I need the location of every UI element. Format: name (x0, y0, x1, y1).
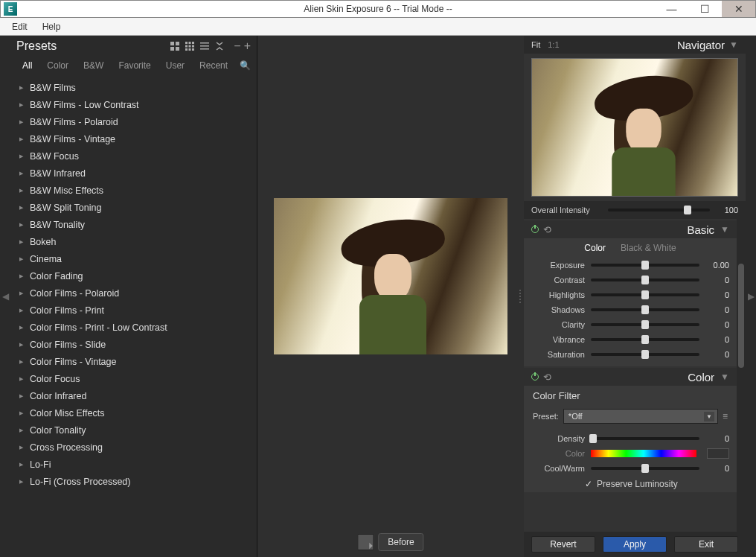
svg-rect-13 (200, 42, 209, 44)
zoom-1-1[interactable]: 1:1 (548, 40, 559, 49)
add-preset-icon[interactable]: + (244, 41, 251, 51)
view-small-grid-icon[interactable] (183, 39, 196, 53)
collapse-left-handle[interactable]: ◀ (0, 36, 10, 557)
before-button[interactable]: Before (378, 533, 423, 551)
density-slider[interactable] (591, 437, 699, 440)
background-color-picker[interactable] (357, 534, 374, 550)
preset-folder[interactable]: Color Focus (10, 370, 257, 387)
svg-rect-3 (176, 47, 179, 51)
color-hue-slider[interactable] (591, 450, 696, 457)
svg-rect-11 (189, 48, 191, 51)
contrast-slider[interactable] (591, 278, 699, 281)
slider-value: 0 (705, 276, 729, 284)
preset-folder[interactable]: Cinema (10, 250, 257, 267)
preset-folder[interactable]: B&W Infrared (10, 165, 257, 182)
tab-recent[interactable]: Recent (193, 59, 234, 72)
preset-list[interactable]: B&W FilmsB&W Films - Low ContrastB&W Fil… (10, 74, 257, 557)
reset-icon[interactable]: ⟲ (543, 372, 551, 383)
svg-rect-7 (185, 45, 188, 48)
preset-folder[interactable]: B&W Split Toning (10, 199, 257, 216)
menu-edit[interactable]: Edit (4, 19, 35, 34)
preset-folder[interactable]: B&W Misc Effects (10, 182, 257, 199)
slider-value: 0 (705, 290, 729, 299)
navigator-preview[interactable] (531, 58, 738, 197)
svg-rect-2 (170, 47, 174, 51)
view-large-grid-icon[interactable] (168, 39, 182, 53)
preset-folder[interactable]: Color Films - Print (10, 302, 257, 319)
chevron-down-icon[interactable]: ▼ (720, 372, 729, 382)
shadows-slider[interactable] (591, 308, 699, 311)
preset-folder[interactable]: Color Infrared (10, 387, 257, 404)
preset-folder[interactable]: B&W Films - Polaroid (10, 113, 257, 130)
view-collapse-icon[interactable] (213, 39, 226, 53)
tab-color[interactable]: Color (41, 59, 74, 72)
preset-folder[interactable]: Color Films - Slide (10, 336, 257, 353)
highlights-slider[interactable] (591, 293, 699, 296)
preset-menu-icon[interactable]: ≡ (723, 411, 728, 421)
coolwarm-slider[interactable] (591, 467, 699, 470)
preset-folder[interactable]: Color Films - Vintage (10, 353, 257, 370)
chevron-down-icon[interactable]: ▼ (729, 39, 738, 50)
chevron-down-icon[interactable]: ▼ (720, 224, 729, 235)
preset-folder[interactable]: Color Fading (10, 267, 257, 284)
preset-folder[interactable]: Cross Processing (10, 439, 257, 456)
slider-value: 0 (705, 335, 729, 344)
overall-intensity-slider[interactable] (608, 209, 710, 211)
color-preset-select[interactable]: *Off (563, 409, 718, 424)
revert-button[interactable]: Revert (531, 536, 595, 553)
tab-basic-bw[interactable]: Black & White (621, 243, 676, 253)
exit-button[interactable]: Exit (674, 536, 738, 553)
color-filter-label: Color Filter (524, 386, 737, 406)
clarity-slider[interactable] (591, 323, 699, 326)
saturation-slider[interactable] (591, 353, 699, 356)
preset-label: Preset: (533, 412, 559, 421)
search-icon[interactable]: 🔍 (240, 60, 251, 71)
preset-folder[interactable]: B&W Tonality (10, 216, 257, 233)
preset-folder[interactable]: Lo-Fi (Cross Processed) (10, 473, 257, 490)
preset-folder[interactable]: Lo-Fi (10, 456, 257, 473)
power-icon[interactable] (531, 226, 539, 233)
preset-folder[interactable]: Color Misc Effects (10, 404, 257, 421)
preset-folder[interactable]: Bokeh (10, 233, 257, 250)
preset-folder[interactable]: Color Tonality (10, 421, 257, 439)
preset-folder[interactable]: B&W Films (10, 79, 257, 96)
tab-basic-color[interactable]: Color (584, 243, 606, 253)
panel-resize-handle[interactable] (516, 287, 524, 306)
presets-title: Presets (16, 39, 168, 53)
svg-rect-5 (189, 42, 191, 44)
preset-folder[interactable]: Color Films - Polaroid (10, 284, 257, 302)
minimize-button[interactable]: — (655, 1, 688, 17)
collapse-right-handle[interactable]: ▶ (746, 36, 756, 557)
zoom-fit[interactable]: Fit (531, 40, 540, 49)
close-button[interactable]: ✕ (722, 1, 755, 17)
tab-bw[interactable]: B&W (77, 59, 109, 72)
presets-panel: Presets − + All Color B&W Favorite User … (10, 36, 257, 557)
color-title: Color (688, 371, 714, 383)
scrollbar[interactable] (737, 219, 746, 532)
view-list-icon[interactable] (198, 39, 211, 53)
overall-intensity-label: Overall Intensity (531, 206, 602, 214)
maximize-button[interactable]: ☐ (688, 1, 722, 17)
preset-folder[interactable]: B&W Films - Vintage (10, 130, 257, 147)
tab-user[interactable]: User (160, 59, 190, 72)
remove-preset-icon[interactable]: − (234, 41, 240, 51)
adjustments-panel: Fit 1:1 Navigator ▼ Overall Intensity 10… (524, 36, 746, 557)
svg-rect-10 (185, 48, 188, 51)
preset-folder[interactable]: B&W Focus (10, 147, 257, 165)
apply-button[interactable]: Apply (603, 536, 667, 553)
svg-rect-14 (200, 45, 209, 47)
reset-icon[interactable]: ⟲ (543, 224, 551, 235)
tab-all[interactable]: All (16, 59, 38, 72)
vibrance-slider[interactable] (591, 338, 699, 341)
preset-folder[interactable]: Color Films - Print - Low Contrast (10, 319, 257, 336)
slider-label: Exposure (531, 261, 585, 270)
preview-image[interactable] (274, 198, 507, 354)
exposure-slider[interactable] (591, 264, 699, 267)
color-swatch[interactable] (707, 448, 729, 459)
tab-favorite[interactable]: Favorite (112, 59, 156, 72)
preset-folder[interactable]: B&W Films - Low Contrast (10, 96, 257, 113)
density-value: 0 (705, 434, 729, 443)
menu-help[interactable]: Help (35, 19, 68, 34)
preserve-luminosity-checkbox[interactable]: ✓ (585, 479, 592, 489)
power-icon[interactable] (531, 373, 539, 381)
